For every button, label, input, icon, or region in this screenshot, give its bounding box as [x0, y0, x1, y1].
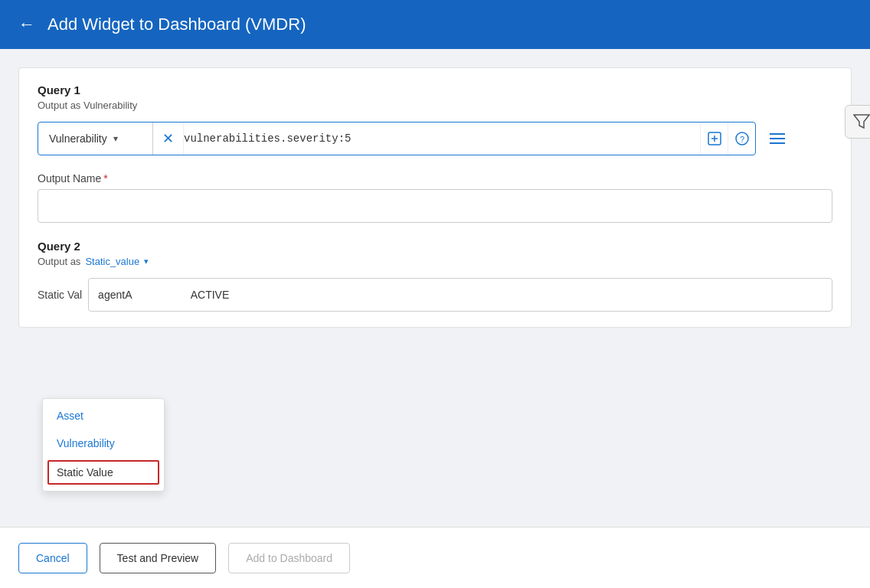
cancel-button[interactable]: Cancel: [18, 543, 87, 573]
query2-label: Query 2: [38, 240, 832, 253]
output-as-value[interactable]: Static_value: [85, 256, 139, 267]
output-as-row: Output as Static_value ▾: [38, 256, 832, 267]
dropdown-item-static-value[interactable]: Static Value: [47, 460, 159, 485]
dropdown-item-vulnerability[interactable]: Vulnerability: [43, 430, 164, 457]
required-star: *: [103, 172, 107, 185]
static-val-input[interactable]: [88, 278, 832, 312]
static-val-row: Static Val: [38, 278, 832, 312]
output-name-section: Output Name*: [38, 172, 832, 223]
query1-section: Query 1 Output as Vulnerability Vulnerab…: [38, 83, 832, 155]
static-val-label: Static Val: [38, 289, 82, 301]
query1-type-label: Vulnerability: [49, 132, 107, 145]
query1-type-chevron-icon: ▾: [113, 133, 118, 144]
output-name-label: Output Name*: [38, 172, 832, 185]
back-button[interactable]: ←: [18, 15, 35, 34]
query1-search-input[interactable]: [184, 132, 700, 145]
output-as-prefix: Output as: [38, 256, 80, 267]
filter-button[interactable]: 4: [845, 105, 870, 139]
output-name-input[interactable]: [38, 189, 832, 223]
query1-help-button[interactable]: ?: [728, 122, 755, 155]
query2-section: Query 2 Output as Static_value ▾ Static …: [38, 240, 832, 312]
page-title: Add Widget to Dashboard (VMDR): [47, 15, 306, 34]
footer: Cancel Test and Preview Add to Dashboard: [0, 527, 870, 588]
test-preview-button[interactable]: Test and Preview: [100, 543, 217, 573]
query1-add-button[interactable]: [700, 122, 728, 155]
query1-input-row: Vulnerability ▾ ✕ ?: [38, 122, 756, 155]
output-as-chevron-icon[interactable]: ▾: [144, 256, 149, 266]
query1-clear-button[interactable]: ✕: [153, 122, 184, 155]
page-header: ← Add Widget to Dashboard (VMDR): [0, 0, 870, 49]
dropdown-item-asset[interactable]: Asset: [43, 402, 164, 430]
query1-output-label: Output as Vulnerability: [38, 100, 832, 111]
query1-label: Query 1: [38, 83, 832, 96]
query1-type-select[interactable]: Vulnerability ▾: [38, 122, 153, 155]
add-to-dashboard-button[interactable]: Add to Dashboard: [228, 543, 350, 573]
query1-row-wrapper: Vulnerability ▾ ✕ ?: [38, 122, 832, 155]
dropdown-menu: Asset Vulnerability Static Value: [42, 398, 165, 492]
query1-menu-button[interactable]: [764, 122, 791, 155]
widget-card: Query 1 Output as Vulnerability Vulnerab…: [18, 67, 852, 328]
svg-text:?: ?: [739, 135, 744, 144]
